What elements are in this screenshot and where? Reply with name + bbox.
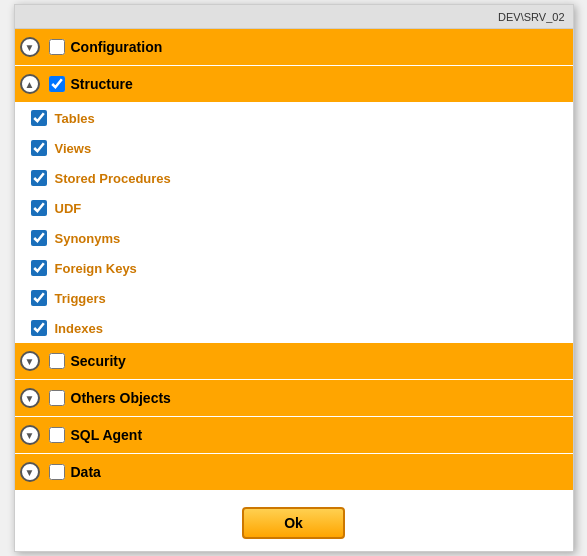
child-indexes: Indexes: [15, 313, 573, 343]
label-structure: Structure: [71, 76, 573, 92]
label-security: Security: [71, 353, 573, 369]
checkbox-udf[interactable]: [31, 200, 47, 216]
chevron-sql-agent[interactable]: ▼: [15, 417, 45, 453]
child-tables: Tables: [15, 103, 573, 133]
section-structure: ▲ Structure: [15, 66, 573, 102]
label-foreign-keys: Foreign Keys: [55, 261, 137, 276]
chevron-structure-icon: ▲: [20, 74, 40, 94]
label-udf: UDF: [55, 201, 82, 216]
checkbox-structure[interactable]: [49, 76, 65, 92]
checkbox-synonyms[interactable]: [31, 230, 47, 246]
child-udf: UDF: [15, 193, 573, 223]
label-others-objects: Others Objects: [71, 390, 573, 406]
checkbox-security[interactable]: [49, 353, 65, 369]
checkbox-sql-agent[interactable]: [49, 427, 65, 443]
child-views: Views: [15, 133, 573, 163]
top-bar-text: DEV\SRV_02: [498, 11, 564, 23]
label-configuration: Configuration: [71, 39, 573, 55]
label-tables: Tables: [55, 111, 95, 126]
child-stored-procedures: Stored Procedures: [15, 163, 573, 193]
checkbox-triggers[interactable]: [31, 290, 47, 306]
chevron-others-objects[interactable]: ▼: [15, 380, 45, 416]
section-data: ▼ Data: [15, 454, 573, 490]
label-views: Views: [55, 141, 92, 156]
label-data: Data: [71, 464, 573, 480]
checkbox-tables[interactable]: [31, 110, 47, 126]
chevron-others-objects-icon: ▼: [20, 388, 40, 408]
checkbox-others-objects[interactable]: [49, 390, 65, 406]
checkbox-data[interactable]: [49, 464, 65, 480]
ok-btn-row: Ok: [15, 507, 573, 539]
chevron-structure[interactable]: ▲: [15, 66, 45, 102]
section-sql-agent: ▼ SQL Agent: [15, 417, 573, 453]
chevron-configuration-icon: ▼: [20, 37, 40, 57]
chevron-data-icon: ▼: [20, 462, 40, 482]
label-synonyms: Synonyms: [55, 231, 121, 246]
section-security: ▼ Security: [15, 343, 573, 379]
ok-button[interactable]: Ok: [242, 507, 345, 539]
chevron-security[interactable]: ▼: [15, 343, 45, 379]
label-sql-agent: SQL Agent: [71, 427, 573, 443]
chevron-sql-agent-icon: ▼: [20, 425, 40, 445]
label-stored-procedures: Stored Procedures: [55, 171, 171, 186]
child-synonyms: Synonyms: [15, 223, 573, 253]
child-foreign-keys: Foreign Keys: [15, 253, 573, 283]
dialog: DEV\SRV_02 ▼ Configuration ▲ Structure T…: [14, 4, 574, 552]
label-triggers: Triggers: [55, 291, 106, 306]
child-triggers: Triggers: [15, 283, 573, 313]
chevron-data[interactable]: ▼: [15, 454, 45, 490]
checkbox-foreign-keys[interactable]: [31, 260, 47, 276]
label-indexes: Indexes: [55, 321, 103, 336]
checkbox-views[interactable]: [31, 140, 47, 156]
chevron-configuration[interactable]: ▼: [15, 29, 45, 65]
chevron-security-icon: ▼: [20, 351, 40, 371]
top-bar: DEV\SRV_02: [15, 5, 573, 29]
section-configuration: ▼ Configuration: [15, 29, 573, 65]
checkbox-indexes[interactable]: [31, 320, 47, 336]
checkbox-stored-procedures[interactable]: [31, 170, 47, 186]
checkbox-configuration[interactable]: [49, 39, 65, 55]
section-others-objects: ▼ Others Objects: [15, 380, 573, 416]
